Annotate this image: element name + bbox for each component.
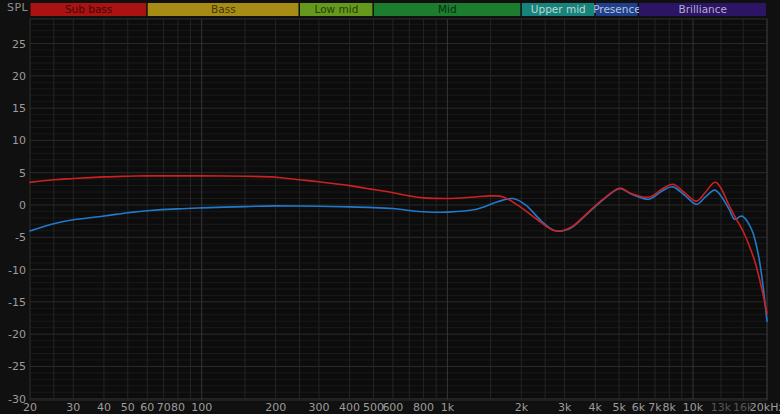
y-tick-label: 10 <box>12 134 26 147</box>
frequency-response-app: SPL Sub bassBassLow midMidUpper midPrese… <box>0 0 780 414</box>
band-label: Sub bass <box>65 3 112 15</box>
x-tick-label: 50 <box>121 401 135 414</box>
frequency-response-chart: Sub bassBassLow midMidUpper midPresenceB… <box>0 0 780 414</box>
x-tick-label: 10k <box>683 401 704 414</box>
y-tick-label: 25 <box>12 38 26 51</box>
x-tick-label: 8k <box>663 401 677 414</box>
y-tick-label: -30 <box>8 393 26 406</box>
band-brilliance: Brilliance <box>639 3 766 16</box>
band-label: Low mid <box>315 3 359 15</box>
x-tick-label: 300 <box>308 401 329 414</box>
x-tick-label: 400 <box>339 401 360 414</box>
x-tick-label: 3k <box>558 401 572 414</box>
x-tick-label: 80 <box>171 401 185 414</box>
x-tick-label: 1k <box>441 401 455 414</box>
x-tick-label: 2k <box>515 401 529 414</box>
x-tick-label: 20kHz <box>750 401 780 414</box>
x-tick-label: 500 <box>363 401 384 414</box>
frequency-band-bar: Sub bassBassLow midMidUpper midPresenceB… <box>31 3 767 16</box>
y-tick-label: -25 <box>8 360 26 373</box>
band-mid: Mid <box>374 3 520 16</box>
band-presence: Presence <box>593 3 641 16</box>
y-axis-labels: 2520151050-5-10-15-20-25-30 <box>8 38 26 406</box>
band-low-mid: Low mid <box>300 3 372 16</box>
x-tick-label: 4k <box>589 401 603 414</box>
band-label: Bass <box>211 3 236 15</box>
band-bass: Bass <box>148 3 299 16</box>
x-tick-label: 13k <box>711 401 732 414</box>
y-tick-label: 0 <box>19 199 26 212</box>
x-tick-label: 70 <box>157 401 171 414</box>
x-tick-label: 40 <box>97 401 111 414</box>
y-tick-label: 15 <box>12 102 26 115</box>
y-tick-label: 5 <box>19 167 26 180</box>
x-tick-label: 100 <box>191 401 212 414</box>
band-label: Mid <box>438 3 457 15</box>
band-upper-mid: Upper mid <box>522 3 594 16</box>
x-tick-label: 30 <box>66 401 80 414</box>
x-tick-label: 600 <box>382 401 403 414</box>
x-tick-label: 6k <box>632 401 646 414</box>
y-tick-label: -15 <box>8 296 26 309</box>
x-tick-label: 5k <box>612 401 626 414</box>
band-label: Upper mid <box>531 3 586 15</box>
band-label: Brilliance <box>679 3 728 15</box>
x-tick-label: 7k <box>648 401 662 414</box>
y-tick-label: -20 <box>8 328 26 341</box>
x-tick-label: 200 <box>265 401 286 414</box>
band-label: Presence <box>593 3 641 15</box>
band-sub-bass: Sub bass <box>31 3 147 16</box>
x-tick-label: 60 <box>140 401 154 414</box>
y-tick-label: -5 <box>15 231 26 244</box>
x-axis-labels: 203040506070801002003004005006008001k2k3… <box>23 401 780 414</box>
y-tick-label: -10 <box>8 264 26 277</box>
x-tick-label: 800 <box>413 401 434 414</box>
y-tick-label: 20 <box>12 70 26 83</box>
